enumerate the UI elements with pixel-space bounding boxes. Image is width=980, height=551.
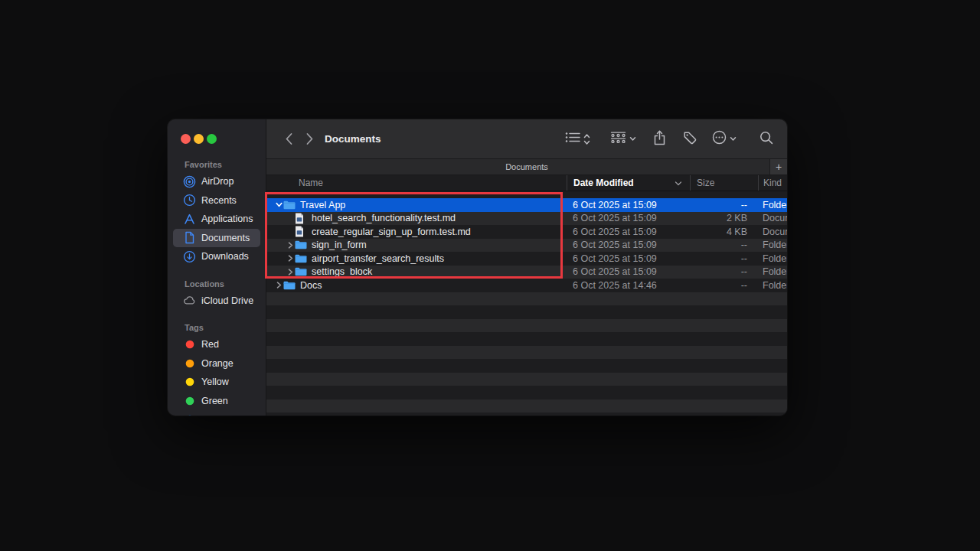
sidebar-item-airdrop[interactable]: AirDrop (173, 172, 260, 191)
view-switcher-button[interactable] (565, 132, 590, 146)
new-tab-button[interactable]: + (769, 159, 787, 174)
sidebar-section-title-tags: Tags (168, 323, 266, 333)
file-name-label: create_regular_sign_up_form.test.md (312, 227, 471, 237)
share-button[interactable] (653, 130, 666, 148)
empty-row-stripe (266, 319, 787, 333)
more-actions-button[interactable] (712, 130, 737, 148)
cell-name: hotel_search_functionality.test.md (266, 213, 567, 224)
cell-kind: Folder (758, 240, 787, 250)
toolbar: Documents (266, 119, 787, 158)
ellipsis-circle-icon (712, 130, 727, 148)
file-row-create-regular-sign-up-form-test-md[interactable]: create_regular_sign_up_form.test.md6 Oct… (266, 225, 787, 239)
sidebar-item-red[interactable]: Red (173, 335, 260, 354)
sidebar-item-blue[interactable]: Blue (173, 410, 260, 416)
sidebar-item-label: iCloud Drive (201, 295, 253, 306)
column-header-size[interactable]: Size (690, 175, 758, 191)
column-header-row: Name Date Modified Size Kind (266, 175, 787, 191)
empty-row-stripe (266, 412, 787, 416)
file-row-airport-transfer-search-results[interactable]: airport_transfer_search_results6 Oct 202… (266, 252, 787, 266)
disclosure-triangle-icon[interactable] (286, 269, 295, 276)
disclosure-triangle-icon[interactable] (274, 282, 283, 289)
search-icon (760, 131, 773, 148)
sidebar-item-label: Yellow (201, 377, 229, 387)
column-header-name[interactable]: Name (266, 178, 567, 188)
file-row-sign-in-form[interactable]: sign_in_form6 Oct 2025 at 15:09--Folder (266, 239, 787, 253)
sidebar-section-title-favorites: Favorites (168, 160, 266, 170)
tab-documents[interactable]: Documents (266, 162, 787, 171)
cell-date-modified: 6 Oct 2025 at 15:09 (567, 266, 690, 277)
sidebar-item-green[interactable]: Green (173, 392, 260, 411)
column-header-kind-label: Kind (763, 178, 782, 188)
sidebar-item-label: Orange (201, 358, 234, 369)
disclosure-triangle-icon[interactable] (274, 202, 283, 207)
folder-icon (283, 201, 296, 210)
file-row-docs[interactable]: Docs6 Oct 2025 at 14:46--Folder (266, 279, 787, 292)
sidebar-item-downloads[interactable]: Downloads (173, 247, 260, 266)
cell-size: -- (690, 200, 758, 210)
sidebar-item-label: Blue (201, 414, 220, 416)
sidebar-item-label: Red (201, 339, 219, 350)
tag-button[interactable] (683, 131, 697, 148)
main-pane: Documents (266, 119, 787, 416)
sidebar-item-documents[interactable]: Documents (173, 229, 260, 248)
disclosure-triangle-icon[interactable] (286, 242, 295, 249)
file-row-hotel-search-functionality-test-md[interactable]: hotel_search_functionality.test.md6 Oct … (266, 212, 787, 226)
zoom-window-button[interactable] (207, 134, 217, 144)
applications-icon (183, 213, 196, 226)
cell-date-modified: 6 Oct 2025 at 15:09 (567, 253, 690, 264)
cell-date-modified: 6 Oct 2025 at 15:09 (567, 240, 690, 250)
airdrop-icon (183, 175, 196, 188)
cell-size: -- (690, 266, 758, 277)
sidebar-item-label: Green (201, 396, 228, 406)
sidebar-item-label: Downloads (201, 251, 249, 262)
cell-name: create_regular_sign_up_form.test.md (266, 226, 567, 237)
tag-icon (683, 131, 697, 148)
column-header-kind[interactable]: Kind (758, 175, 787, 191)
cell-date-modified: 6 Oct 2025 at 15:09 (567, 227, 690, 237)
file-name-label: airport_transfer_search_results (312, 253, 444, 264)
empty-row-stripe (266, 399, 787, 413)
search-button[interactable] (760, 131, 773, 148)
column-header-size-label: Size (697, 178, 714, 188)
file-row-travel-app[interactable]: Travel App6 Oct 2025 at 15:09--Folder (266, 198, 787, 212)
cell-name: Docs (266, 280, 567, 291)
minimize-window-button[interactable] (194, 134, 204, 144)
cell-date-modified: 6 Oct 2025 at 14:46 (567, 280, 690, 291)
folder-icon (295, 240, 308, 249)
back-button[interactable] (285, 132, 293, 145)
tag-dot-icon (183, 394, 196, 407)
folder-icon (295, 267, 308, 276)
forward-button[interactable] (305, 132, 314, 145)
cell-size: 4 KB (690, 227, 758, 237)
finder-window: FavoritesAirDropRecentsApplicationsDocum… (168, 119, 787, 416)
sidebar-item-label: Recents (201, 195, 237, 206)
download-icon (183, 250, 196, 263)
sidebar-item-yellow[interactable]: Yellow (173, 373, 260, 392)
cell-size: -- (690, 280, 758, 291)
cell-name: settings_block (266, 266, 567, 277)
folder-icon (283, 281, 296, 290)
window-title: Documents (325, 133, 381, 145)
share-icon (653, 130, 666, 148)
sidebar-item-icloud-drive[interactable]: iCloud Drive (173, 292, 260, 311)
document-icon (183, 231, 196, 244)
list-view-icon (565, 132, 580, 146)
group-by-button[interactable] (610, 132, 636, 146)
file-row-settings-block[interactable]: settings_block6 Oct 2025 at 15:09--Folde… (266, 266, 787, 279)
cell-kind: Folder (758, 253, 787, 264)
tag-dot-icon (183, 376, 196, 389)
tab-bar: Documents + (266, 158, 787, 175)
sidebar-item-orange[interactable]: Orange (173, 354, 260, 373)
toolbar-icons (565, 130, 773, 148)
sidebar-item-label: Applications (201, 214, 253, 224)
column-header-date-label: Date Modified (573, 178, 634, 188)
cell-date-modified: 6 Oct 2025 at 15:09 (567, 200, 690, 210)
sidebar-sections: FavoritesAirDropRecentsApplicationsDocum… (168, 160, 266, 416)
close-window-button[interactable] (181, 134, 191, 144)
disclosure-triangle-icon[interactable] (286, 255, 295, 262)
column-header-date-modified[interactable]: Date Modified (567, 175, 690, 191)
sidebar-item-recents[interactable]: Recents (173, 191, 260, 210)
cell-name: Travel App (266, 200, 567, 210)
empty-row-stripe (266, 292, 787, 306)
sidebar-item-applications[interactable]: Applications (173, 210, 260, 229)
